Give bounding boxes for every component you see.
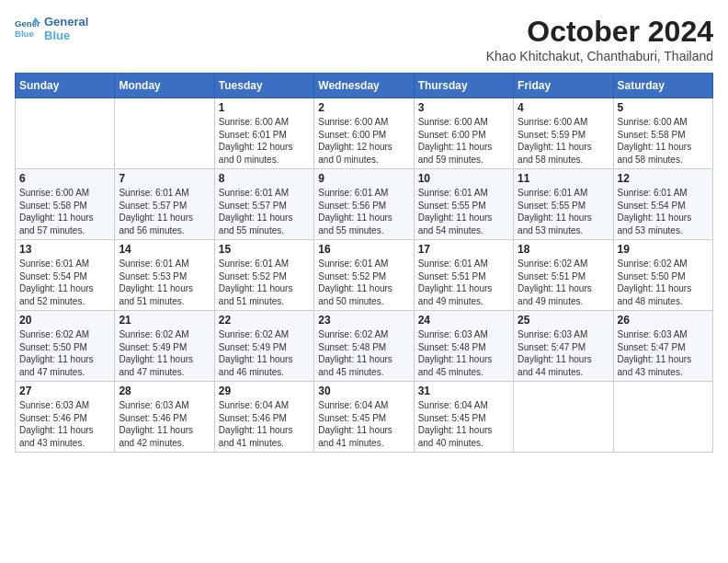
day-number: 21 [119,314,210,327]
cell-info: Sunrise: 6:02 AMSunset: 5:48 PMDaylight:… [318,328,409,378]
cell-info: Sunrise: 6:01 AMSunset: 5:53 PMDaylight:… [119,258,210,307]
day-number: 16 [318,243,409,256]
weekday-header-wednesday: Wednesday [314,74,414,98]
calendar-cell [514,382,613,453]
calendar-cell: 4Sunrise: 6:00 AMSunset: 5:59 PMDaylight… [514,98,613,169]
day-number: 8 [219,172,310,185]
calendar-cell: 16Sunrise: 6:01 AMSunset: 5:52 PMDayligh… [314,240,414,311]
calendar-cell: 8Sunrise: 6:01 AMSunset: 5:57 PMDaylight… [214,169,313,240]
weekday-header-sunday: Sunday [16,74,115,98]
day-number: 22 [219,314,310,327]
calendar-cell: 29Sunrise: 6:04 AMSunset: 5:46 PMDayligh… [214,382,313,453]
calendar-cell: 11Sunrise: 6:01 AMSunset: 5:55 PMDayligh… [514,169,613,240]
weekday-header-saturday: Saturday [613,74,712,98]
day-number: 2 [318,101,409,114]
calendar-cell: 23Sunrise: 6:02 AMSunset: 5:48 PMDayligh… [314,311,414,382]
day-number: 20 [19,314,110,327]
cell-info: Sunrise: 6:01 AMSunset: 5:51 PMDaylight:… [418,258,509,307]
calendar-cell: 17Sunrise: 6:01 AMSunset: 5:51 PMDayligh… [414,240,513,311]
day-number: 27 [19,385,110,397]
calendar-cell: 5Sunrise: 6:00 AMSunset: 5:58 PMDaylight… [613,98,712,169]
cell-info: Sunrise: 6:02 AMSunset: 5:49 PMDaylight:… [219,328,310,378]
cell-info: Sunrise: 6:00 AMSunset: 6:00 PMDaylight:… [318,116,409,166]
calendar-cell: 9Sunrise: 6:01 AMSunset: 5:56 PMDaylight… [314,169,414,240]
logo-line2: Blue [44,29,88,42]
day-number: 3 [418,101,509,114]
calendar-cell: 24Sunrise: 6:03 AMSunset: 5:48 PMDayligh… [414,311,513,382]
week-row-3: 13Sunrise: 6:01 AMSunset: 5:54 PMDayligh… [16,240,713,311]
day-number: 28 [119,385,210,397]
day-number: 6 [19,172,110,185]
day-number: 11 [518,172,609,185]
day-number: 30 [318,385,409,397]
cell-info: Sunrise: 6:02 AMSunset: 5:51 PMDaylight:… [518,258,609,307]
calendar-cell: 28Sunrise: 6:03 AMSunset: 5:46 PMDayligh… [115,382,214,453]
day-number: 12 [618,172,709,185]
cell-info: Sunrise: 6:00 AMSunset: 5:58 PMDaylight:… [618,116,709,166]
cell-info: Sunrise: 6:01 AMSunset: 5:55 PMDaylight:… [518,187,609,236]
calendar-cell: 1Sunrise: 6:00 AMSunset: 6:01 PMDaylight… [214,98,313,169]
day-number: 9 [318,172,409,185]
day-number: 25 [518,314,609,327]
cell-info: Sunrise: 6:03 AMSunset: 5:47 PMDaylight:… [618,328,709,378]
calendar-cell: 19Sunrise: 6:02 AMSunset: 5:50 PMDayligh… [613,240,712,311]
cell-info: Sunrise: 6:04 AMSunset: 5:45 PMDaylight:… [318,399,409,449]
day-number: 19 [618,243,709,256]
day-number: 13 [19,243,110,256]
cell-info: Sunrise: 6:01 AMSunset: 5:55 PMDaylight:… [418,187,509,236]
day-number: 29 [219,385,310,397]
week-row-4: 20Sunrise: 6:02 AMSunset: 5:50 PMDayligh… [16,311,713,382]
weekday-header-row: SundayMondayTuesdayWednesdayThursdayFrid… [16,74,713,98]
day-number: 5 [618,101,709,114]
calendar-cell: 2Sunrise: 6:00 AMSunset: 6:00 PMDaylight… [314,98,414,169]
calendar-cell: 27Sunrise: 6:03 AMSunset: 5:46 PMDayligh… [16,382,115,453]
calendar-cell: 22Sunrise: 6:02 AMSunset: 5:49 PMDayligh… [214,311,313,382]
calendar-cell: 14Sunrise: 6:01 AMSunset: 5:53 PMDayligh… [115,240,214,311]
calendar-cell: 15Sunrise: 6:01 AMSunset: 5:52 PMDayligh… [214,240,313,311]
week-row-5: 27Sunrise: 6:03 AMSunset: 5:46 PMDayligh… [16,382,713,453]
calendar-cell: 30Sunrise: 6:04 AMSunset: 5:45 PMDayligh… [314,382,414,453]
week-row-2: 6Sunrise: 6:00 AMSunset: 5:58 PMDaylight… [16,169,713,240]
svg-text:Blue: Blue [15,29,34,39]
cell-info: Sunrise: 6:01 AMSunset: 5:52 PMDaylight:… [318,258,409,307]
calendar-cell: 18Sunrise: 6:02 AMSunset: 5:51 PMDayligh… [514,240,613,311]
cell-info: Sunrise: 6:03 AMSunset: 5:47 PMDaylight:… [518,328,609,378]
day-number: 4 [518,101,609,114]
calendar-cell: 31Sunrise: 6:04 AMSunset: 5:45 PMDayligh… [414,382,513,453]
calendar-cell: 10Sunrise: 6:01 AMSunset: 5:55 PMDayligh… [414,169,513,240]
calendar-cell [613,382,712,453]
day-number: 1 [219,101,310,114]
cell-info: Sunrise: 6:02 AMSunset: 5:50 PMDaylight:… [19,328,110,378]
calendar-cell: 7Sunrise: 6:01 AMSunset: 5:57 PMDaylight… [115,169,214,240]
day-number: 31 [418,385,509,397]
cell-info: Sunrise: 6:00 AMSunset: 5:58 PMDaylight:… [19,187,110,236]
weekday-header-tuesday: Tuesday [214,74,313,98]
day-number: 18 [518,243,609,256]
calendar-cell: 12Sunrise: 6:01 AMSunset: 5:54 PMDayligh… [613,169,712,240]
week-row-1: 1Sunrise: 6:00 AMSunset: 6:01 PMDaylight… [16,98,713,169]
weekday-header-monday: Monday [115,74,214,98]
day-number: 10 [418,172,509,185]
day-number: 7 [119,172,210,185]
calendar-table: SundayMondayTuesdayWednesdayThursdayFrid… [15,73,713,453]
cell-info: Sunrise: 6:03 AMSunset: 5:46 PMDaylight:… [119,399,210,449]
cell-info: Sunrise: 6:01 AMSunset: 5:54 PMDaylight:… [618,187,709,236]
calendar-cell: 26Sunrise: 6:03 AMSunset: 5:47 PMDayligh… [613,311,712,382]
calendar-cell: 6Sunrise: 6:00 AMSunset: 5:58 PMDaylight… [16,169,115,240]
cell-info: Sunrise: 6:00 AMSunset: 5:59 PMDaylight:… [518,116,609,166]
weekday-header-friday: Friday [514,74,613,98]
cell-info: Sunrise: 6:01 AMSunset: 5:52 PMDaylight:… [219,258,310,307]
day-number: 14 [119,243,210,256]
day-number: 15 [219,243,310,256]
day-number: 23 [318,314,409,327]
calendar-cell: 13Sunrise: 6:01 AMSunset: 5:54 PMDayligh… [16,240,115,311]
cell-info: Sunrise: 6:03 AMSunset: 5:48 PMDaylight:… [418,328,509,378]
cell-info: Sunrise: 6:00 AMSunset: 6:00 PMDaylight:… [418,116,509,166]
page-header: General Blue General Blue October 2024 K… [15,15,713,63]
cell-info: Sunrise: 6:01 AMSunset: 5:57 PMDaylight:… [219,187,310,236]
day-number: 24 [418,314,509,327]
calendar-cell: 25Sunrise: 6:03 AMSunset: 5:47 PMDayligh… [514,311,613,382]
calendar-cell: 3Sunrise: 6:00 AMSunset: 6:00 PMDaylight… [414,98,513,169]
cell-info: Sunrise: 6:01 AMSunset: 5:56 PMDaylight:… [318,187,409,236]
cell-info: Sunrise: 6:04 AMSunset: 5:45 PMDaylight:… [418,399,509,449]
